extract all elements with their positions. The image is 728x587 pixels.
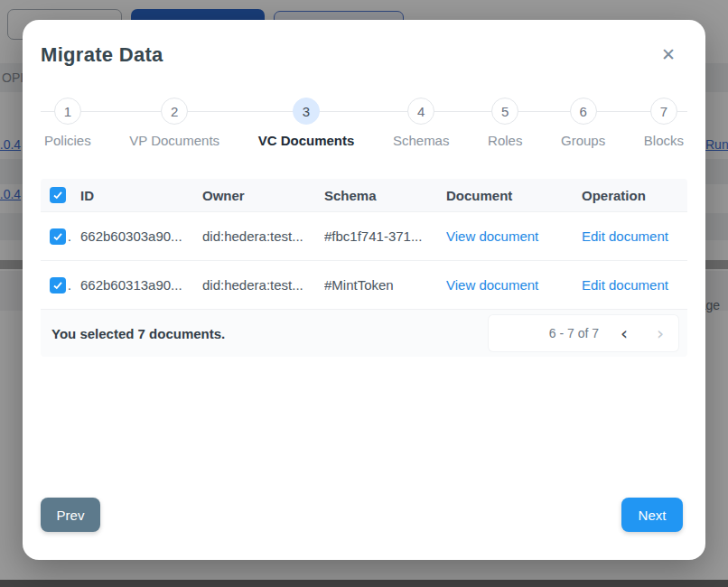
step-number: 5 [491, 98, 518, 125]
checkmark-icon [52, 280, 63, 291]
previous-page-icon[interactable]: ‹ [619, 324, 630, 342]
cell-schema: #MintToken [324, 277, 446, 293]
step-roles[interactable]: 5 Roles [488, 98, 522, 148]
header-id: ID [80, 188, 202, 203]
step-label: Policies [44, 133, 91, 148]
step-number: 7 [650, 98, 677, 125]
edit-document-link[interactable]: Edit document [582, 228, 668, 244]
step-number: 1 [54, 98, 81, 125]
cell-schema: #fbc1f741-371... [324, 228, 446, 244]
checkmark-icon [52, 190, 63, 200]
step-blocks[interactable]: 7 Blocks [644, 98, 684, 148]
step-label: Blocks [644, 133, 684, 148]
step-label: Groups [561, 133, 605, 148]
row-checkbox[interactable] [50, 277, 66, 294]
vc-documents-table: ID Owner Schema Document Operation . 662… [41, 179, 687, 357]
row-marker: . [68, 229, 71, 244]
step-label: Roles [488, 133, 522, 148]
dialog-title: Migrate Data [41, 43, 687, 67]
checkmark-icon [52, 231, 63, 242]
header-schema: Schema [324, 188, 446, 203]
header-document: Document [446, 188, 582, 203]
view-document-link[interactable]: View document [446, 277, 538, 293]
row-marker: . [68, 278, 71, 293]
header-operation: Operation [582, 188, 687, 203]
cell-id: 662b60303a90... [80, 228, 202, 244]
step-schemas[interactable]: 4 Schemas [393, 98, 450, 148]
row-checkbox[interactable] [50, 228, 66, 245]
step-number: 2 [161, 98, 188, 125]
dialog-header: Migrate Data ✕ [41, 43, 687, 70]
select-all-cell [41, 187, 80, 203]
cell-id: 662b60313a90... [80, 277, 202, 293]
table-row: . 662b60303a90... did:hedera:test... #fb… [41, 212, 687, 261]
select-all-checkbox[interactable] [50, 187, 66, 203]
step-number: 3 [293, 98, 320, 125]
next-page-icon[interactable]: › [655, 324, 666, 342]
step-policies[interactable]: 1 Policies [44, 98, 91, 148]
step-number: 4 [407, 98, 434, 125]
row-select-cell: . [41, 277, 80, 294]
table-footer: You selected 7 documents. 6 - 7 of 7 ‹ › [41, 310, 687, 357]
step-label: VP Documents [129, 133, 219, 148]
header-owner: Owner [202, 188, 324, 203]
step-label: VC Documents [258, 133, 355, 148]
edit-document-link[interactable]: Edit document [582, 277, 668, 293]
page-range-text: 6 - 7 of 7 [549, 326, 599, 340]
migrate-data-dialog: Migrate Data ✕ 1 Policies 2 VP Documents… [23, 20, 705, 560]
step-vc-documents[interactable]: 3 VC Documents [258, 98, 355, 148]
table-row: . 662b60313a90... did:hedera:test... #Mi… [41, 261, 687, 310]
screen: T OPI 1.0.4 1.0.4 Run page Migrate Data … [0, 0, 728, 587]
close-icon[interactable]: ✕ [657, 43, 680, 67]
step-number: 6 [570, 98, 597, 125]
step-label: Schemas [393, 133, 450, 148]
next-button[interactable]: Next [621, 498, 683, 532]
row-select-cell: . [41, 228, 80, 245]
cell-owner: did:hedera:test... [202, 277, 324, 293]
table-header-row: ID Owner Schema Document Operation [41, 179, 687, 212]
prev-button[interactable]: Prev [41, 498, 100, 532]
selected-count-text: You selected 7 documents. [51, 326, 225, 341]
step-groups[interactable]: 6 Groups [561, 98, 605, 148]
view-document-link[interactable]: View document [446, 228, 538, 244]
migration-stepper: 1 Policies 2 VP Documents 3 VC Documents… [41, 98, 687, 148]
cell-owner: did:hedera:test... [202, 228, 324, 244]
step-vp-documents[interactable]: 2 VP Documents [129, 98, 219, 148]
pagination: 6 - 7 of 7 ‹ › [489, 315, 678, 351]
